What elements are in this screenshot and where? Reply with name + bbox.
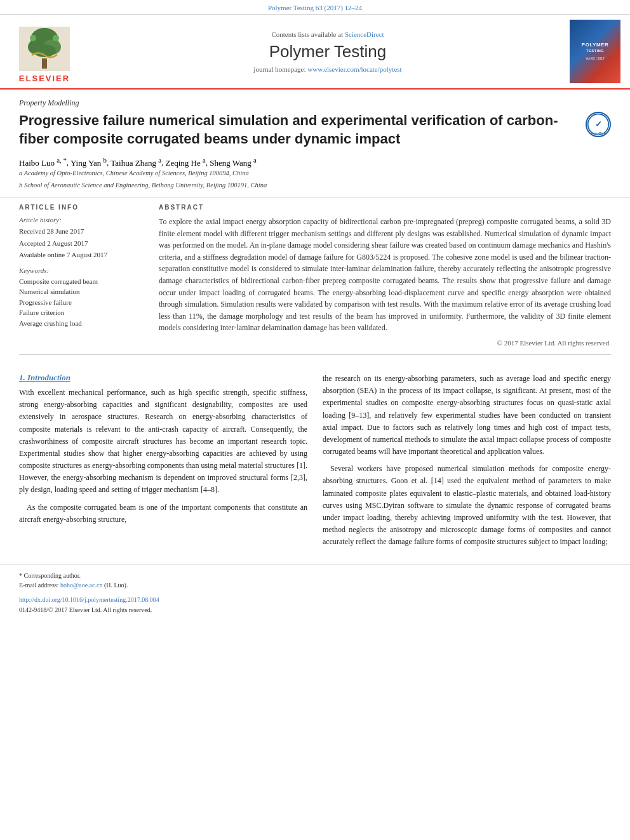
article-info-column: ARTICLE INFO Article history: Received 2… <box>19 204 146 347</box>
affiliation-b: b School of Aeronautic Science and Engin… <box>19 180 611 190</box>
authors-row: Haibo Luo a, *, Ying Yan b, Taihua Zhang… <box>19 156 586 168</box>
footnote-email: E-mail address: boho@aoe.ac.cn (H. Luo). <box>19 580 611 590</box>
right-para-1: the research on its energy-absorbing par… <box>323 373 611 458</box>
footer-issn-line: 0142-9418/© 2017 Elsevier Ltd. All right… <box>19 605 611 615</box>
divider-2 <box>19 354 611 355</box>
page: Polymer Testing 63 (2017) 12–24 <box>0 0 630 840</box>
email-label: E-mail address: <box>19 582 60 589</box>
cover-title-polymer: POLYMER <box>582 42 608 48</box>
cover-title-testing: TESTING <box>586 49 604 53</box>
footer-bar: http://dx.doi.org/10.1016/j.polymertesti… <box>0 590 630 620</box>
keyword-4: Failure criterion <box>19 307 146 318</box>
keyword-3: Progressive failure <box>19 297 146 308</box>
footnote-area: * Corresponding author. E-mail address: … <box>0 564 630 590</box>
article-info-section-label: ARTICLE INFO <box>19 204 146 211</box>
affiliation-a: a Academy of Opto-Electronics, Chinese A… <box>19 168 611 178</box>
author-ying-yan: Ying Yan b <box>70 158 107 168</box>
svg-point-6 <box>30 35 36 41</box>
body-left-column: 1. Introduction With excellent mechanica… <box>19 373 307 554</box>
body-right-text: the research on its energy-absorbing par… <box>323 373 611 549</box>
homepage-line: journal homepage: www.elsevier.com/locat… <box>253 65 401 73</box>
elsevier-tree-graphic <box>19 27 70 71</box>
sciencedirect-prefix: Contents lists available at <box>271 30 343 38</box>
author-sup-b: b <box>104 156 107 163</box>
author-sup-a3: a <box>203 156 206 163</box>
keywords-section: Keywords: Composite corrugated beam Nume… <box>19 267 146 329</box>
article-title: Progressive failure numerical simulation… <box>19 112 586 148</box>
author-haibo-luo: Haibo Luo a, * <box>19 158 67 168</box>
crossmark-icon: ✓ CrossMark <box>586 112 611 137</box>
body-content: 1. Introduction With excellent mechanica… <box>0 363 630 554</box>
available-online-date: Available online 7 August 2017 <box>19 250 146 260</box>
accepted-date: Accepted 2 August 2017 <box>19 238 146 249</box>
author-sup-a2: a <box>158 156 161 163</box>
homepage-link[interactable]: www.elsevier.com/locate/polytest <box>307 65 401 73</box>
property-modelling-label: Property Modelling <box>19 96 611 108</box>
body-left-text: With excellent mechanical performance, s… <box>19 387 307 526</box>
article-history-label: Article history: <box>19 216 146 223</box>
keyword-2: Numerical simulation <box>19 286 146 297</box>
abstract-section-label: ABSTRACT <box>159 204 611 211</box>
homepage-prefix: journal homepage: <box>253 65 305 73</box>
right-para-2: Several workers have proposed numerical … <box>323 463 611 548</box>
cover-decorative-text: Vol 63 | 2017 <box>586 57 605 61</box>
crossmark-area: ✓ CrossMark <box>586 112 611 137</box>
body-right-column: the research on its energy-absorbing par… <box>323 373 611 554</box>
svg-rect-1 <box>42 58 47 69</box>
elsevier-name: ELSEVIER <box>19 74 70 83</box>
svg-text:CrossMark: CrossMark <box>591 131 606 135</box>
svg-point-7 <box>53 35 59 41</box>
intro-para-2: As the composite corrugated beam is one … <box>19 502 307 526</box>
journal-center-info: Contents lists available at ScienceDirec… <box>89 20 566 83</box>
cover-image-box: POLYMER TESTING Vol 63 | 2017 <box>570 20 620 83</box>
author-zeqing-he: Zeqing He a <box>165 158 205 168</box>
divider-1 <box>0 197 630 197</box>
elsevier-logo-area: ELSEVIER <box>6 20 89 83</box>
body-two-columns: 1. Introduction With excellent mechanica… <box>19 373 611 554</box>
email-link[interactable]: boho@aoe.ac.cn <box>60 582 102 589</box>
keyword-1: Composite corrugated beam <box>19 276 146 287</box>
journal-reference-text: Polymer Testing 63 (2017) 12–24 <box>268 4 362 11</box>
intro-para-1: With excellent mechanical performance, s… <box>19 387 307 497</box>
journal-header: ELSEVIER Contents lists available at Sci… <box>0 15 630 90</box>
received-date: Received 28 June 2017 <box>19 226 146 237</box>
author-sup-a4: a <box>253 156 257 163</box>
abstract-column: ABSTRACT To explore the axial impact ene… <box>159 204 611 347</box>
sciencedirect-line: Contents lists available at ScienceDirec… <box>271 30 384 38</box>
journal-title-large: Polymer Testing <box>269 42 387 62</box>
section-1-heading: 1. Introduction <box>19 373 307 383</box>
author-sup-a: a, * <box>57 156 67 163</box>
authors-list: Haibo Luo a, *, Ying Yan b, Taihua Zhang… <box>19 156 586 168</box>
journal-cover: POLYMER TESTING Vol 63 | 2017 <box>566 20 624 83</box>
journal-reference-bar: Polymer Testing 63 (2017) 12–24 <box>0 0 630 15</box>
article-section: Property Modelling Progressive failure n… <box>0 90 630 190</box>
author-taihua-zhang: Taihua Zhang a <box>111 158 161 168</box>
article-info-abstract-section: ARTICLE INFO Article history: Received 2… <box>0 204 630 347</box>
author-sheng-wang: Sheng Wang a <box>210 158 257 168</box>
svg-text:✓: ✓ <box>595 119 602 129</box>
footnote-corresponding: * Corresponding author. <box>19 571 611 580</box>
email-suffix: (H. Luo). <box>104 582 128 589</box>
footer-doi-line: http://dx.doi.org/10.1016/j.polymertesti… <box>19 595 611 605</box>
abstract-text: To explore the axial impact energy absor… <box>159 216 611 334</box>
keyword-5: Average crushing load <box>19 318 146 329</box>
doi-link[interactable]: http://dx.doi.org/10.1016/j.polymertesti… <box>19 596 159 603</box>
copyright-notice: © 2017 Elsevier Ltd. All rights reserved… <box>159 339 611 347</box>
sciencedirect-link[interactable]: ScienceDirect <box>345 30 384 38</box>
keywords-label: Keywords: <box>19 267 146 274</box>
